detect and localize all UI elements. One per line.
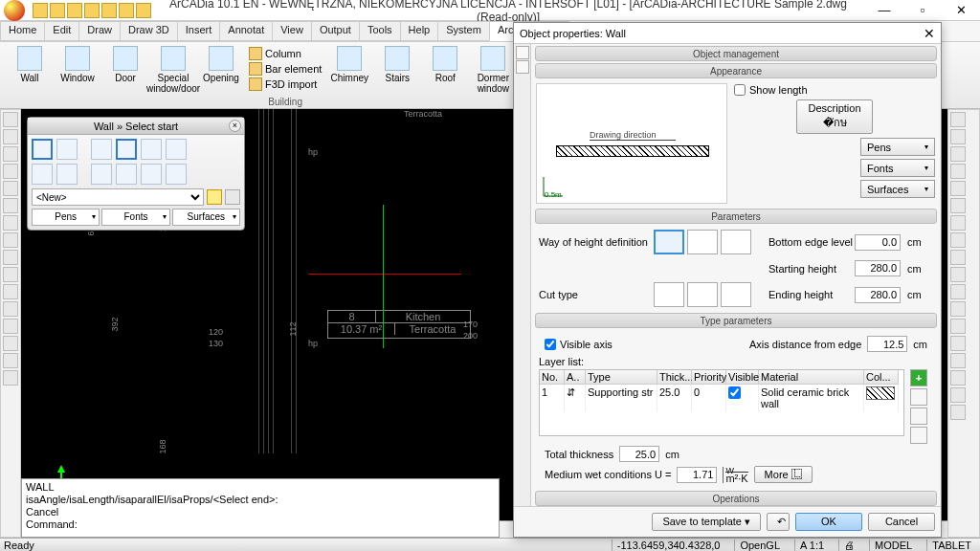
tool-icon[interactable]	[3, 301, 18, 317]
stairs-button[interactable]: Stairs	[373, 44, 421, 94]
ending-height-input[interactable]: 280.0	[855, 287, 901, 303]
undo-button[interactable]: ↶	[767, 513, 790, 531]
pens-dropdown[interactable]: Pens	[860, 138, 935, 156]
move-up-button[interactable]	[910, 408, 927, 425]
bottom-edge-input[interactable]: 0.0	[855, 234, 901, 251]
qat-icon[interactable]	[50, 3, 65, 18]
f3d-import-button[interactable]: F3D import	[247, 77, 323, 92]
tool-icon[interactable]	[950, 284, 966, 299]
visible-axis-checkbox[interactable]: Visible axis	[545, 339, 612, 350]
tool-icon[interactable]	[950, 319, 966, 334]
tool-icon[interactable]	[950, 250, 966, 265]
tool-icon[interactable]	[950, 198, 966, 213]
preset-icon[interactable]	[225, 189, 240, 205]
status-model[interactable]: MODEL	[869, 540, 917, 551]
close-button[interactable]: ✕	[942, 0, 980, 21]
tool-icon[interactable]	[950, 181, 966, 196]
wall-button[interactable]: Wall	[6, 44, 54, 94]
qat-icon[interactable]	[33, 3, 48, 18]
bar-element-button[interactable]: Bar element	[247, 61, 323, 77]
save-to-template-button[interactable]: Save to template ▾	[652, 513, 761, 531]
tab-draw3d[interactable]: Draw 3D	[120, 21, 178, 41]
tool-icon[interactable]	[3, 164, 18, 179]
tool-icon[interactable]	[3, 319, 18, 334]
tab-view[interactable]: View	[272, 21, 312, 41]
cut-type-icon[interactable]	[654, 282, 684, 307]
mode-icon[interactable]	[91, 139, 112, 160]
tool-icon[interactable]	[3, 181, 18, 196]
section-object-management[interactable]: Object management	[535, 46, 937, 61]
qat-icon[interactable]	[84, 3, 100, 18]
qat-icon[interactable]	[136, 3, 151, 18]
tool-icon[interactable]	[3, 370, 18, 386]
qat-icon[interactable]	[101, 3, 117, 18]
tool-icon[interactable]	[950, 232, 966, 248]
surfaces-dropdown[interactable]: Surfaces	[860, 180, 935, 198]
tool-icon[interactable]	[3, 267, 18, 282]
tab-output[interactable]: Output	[311, 21, 360, 41]
tool-icon[interactable]	[3, 146, 18, 162]
mode-icon[interactable]	[91, 164, 112, 185]
mode-icon[interactable]	[32, 164, 53, 185]
status-tablet[interactable]: TABLET	[926, 540, 976, 551]
mode-icon[interactable]	[56, 164, 78, 185]
minimize-button[interactable]: —	[865, 0, 903, 21]
tab-annotate[interactable]: Annotat	[219, 21, 273, 41]
starting-height-input[interactable]: 280.0	[855, 260, 901, 276]
section-type-parameters[interactable]: Type parameters	[535, 313, 937, 328]
tool-icon[interactable]	[950, 146, 966, 162]
show-length-checkbox[interactable]: Show length	[734, 84, 935, 96]
status-print-icon[interactable]: 🖨	[838, 540, 859, 551]
mode-icon[interactable]	[141, 164, 162, 185]
height-mode-icon[interactable]	[654, 230, 684, 254]
qat-icon[interactable]	[119, 3, 134, 18]
tool-icon[interactable]	[950, 112, 966, 127]
status-scale[interactable]: A 1:1	[794, 540, 829, 551]
total-thickness-input[interactable]	[619, 446, 659, 462]
tool-icon[interactable]	[950, 370, 966, 386]
mode-icon[interactable]	[32, 139, 53, 160]
remove-layer-button[interactable]	[910, 388, 927, 406]
dialog-close-icon[interactable]: ✕	[924, 26, 935, 41]
command-line[interactable]: WALL isaAngle/isaLength/isaparallEl/isaP…	[21, 478, 500, 538]
column-button[interactable]: Column	[247, 46, 323, 61]
door-button[interactable]: Door	[101, 44, 149, 94]
tab-home[interactable]: Home	[0, 21, 45, 41]
opening-button[interactable]: Opening	[197, 44, 245, 94]
preset-select[interactable]: <New>	[32, 188, 204, 206]
tool-icon[interactable]	[950, 387, 966, 403]
tool-icon[interactable]	[950, 164, 966, 179]
tool-icon[interactable]	[950, 129, 966, 144]
tab-system[interactable]: System	[437, 21, 490, 41]
tab-insert[interactable]: Insert	[177, 21, 221, 41]
more-button[interactable]: More ⿺	[754, 466, 813, 483]
tool-icon[interactable]	[950, 215, 966, 231]
tool-icon[interactable]	[3, 250, 18, 265]
tab-edit[interactable]: Edit	[44, 21, 79, 41]
qat-icon[interactable]	[67, 3, 82, 18]
add-layer-button[interactable]: +	[910, 369, 927, 386]
height-mode-icon[interactable]	[721, 230, 751, 254]
roof-button[interactable]: Roof	[421, 44, 469, 94]
tool-icon[interactable]	[3, 112, 18, 127]
tool-icon[interactable]	[950, 336, 966, 351]
tool-icon[interactable]	[3, 284, 18, 299]
ok-button[interactable]: OK	[795, 513, 862, 531]
dormer-window-button[interactable]: Dormer window	[469, 44, 517, 94]
surfaces-dropdown[interactable]: Surfaces	[172, 209, 240, 226]
tool-icon[interactable]	[3, 198, 18, 213]
tool-icon[interactable]	[950, 301, 966, 317]
mode-icon[interactable]	[166, 139, 187, 160]
tab-draw[interactable]: Draw	[78, 21, 121, 41]
tab-help[interactable]: Help	[400, 21, 439, 41]
section-appearance[interactable]: Appearance	[535, 63, 937, 78]
pens-dropdown[interactable]: Pens	[32, 209, 100, 226]
tool-icon[interactable]	[3, 129, 18, 144]
tool-icon[interactable]	[950, 405, 966, 420]
tool-icon[interactable]	[3, 353, 18, 368]
tool-icon[interactable]	[950, 267, 966, 282]
tool-icon[interactable]	[950, 353, 966, 368]
axis-distance-input[interactable]	[867, 336, 907, 352]
side-tab-icon[interactable]	[516, 46, 529, 59]
description-button[interactable]: Description �ักษ	[796, 99, 873, 134]
